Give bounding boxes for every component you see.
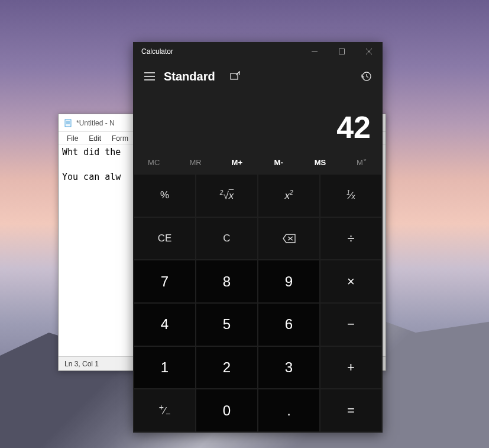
seven-button[interactable]: 7 — [134, 260, 195, 302]
menu-edit[interactable]: Edit — [84, 133, 106, 144]
nine-button[interactable]: 9 — [258, 260, 319, 302]
calculator-header: Standard — [133, 61, 383, 92]
square-button[interactable]: x2 — [258, 175, 319, 217]
clear-entry-button[interactable]: CE — [134, 218, 195, 260]
memory-subtract-button[interactable]: M- — [258, 151, 299, 173]
keep-on-top-icon[interactable] — [224, 65, 247, 88]
calculator-keypad: % 2√x x2 1⁄x CE C ÷ 7 8 9 × 4 5 6 − 1 2 … — [133, 173, 383, 433]
svg-rect-0 — [65, 120, 71, 127]
backspace-icon — [283, 234, 296, 243]
minimize-button[interactable] — [301, 42, 328, 61]
five-button[interactable]: 5 — [196, 304, 257, 346]
memory-clear-button[interactable]: MC — [133, 151, 174, 173]
history-icon[interactable] — [354, 65, 378, 88]
notepad-title: *Untitled - N — [76, 119, 115, 127]
memory-list-button[interactable]: M˅ — [341, 151, 383, 173]
three-button[interactable]: 3 — [258, 347, 319, 389]
clear-button[interactable]: C — [196, 218, 257, 260]
percent-button[interactable]: % — [134, 175, 195, 217]
memory-recall-button[interactable]: MR — [174, 151, 216, 173]
svg-rect-5 — [339, 49, 345, 54]
notepad-cursor-position: Ln 3, Col 1 — [64, 360, 99, 368]
four-button[interactable]: 4 — [134, 304, 195, 346]
eight-button[interactable]: 8 — [196, 260, 257, 302]
decimal-button[interactable]: . — [258, 389, 319, 431]
equals-button[interactable]: = — [320, 389, 381, 431]
memory-row: MC MR M+ M- MS M˅ — [133, 151, 383, 173]
calculator-titlebar[interactable]: Calculator — [133, 42, 383, 61]
zero-button[interactable]: 0 — [196, 389, 257, 431]
notepad-app-icon — [63, 118, 73, 128]
maximize-button[interactable] — [328, 42, 355, 61]
one-button[interactable]: 1 — [134, 347, 195, 389]
memory-add-button[interactable]: M+ — [216, 151, 258, 173]
reciprocal-button[interactable]: 1⁄x — [320, 175, 381, 217]
menu-file[interactable]: File — [62, 133, 83, 144]
calculator-display: 42 — [133, 92, 383, 151]
divide-button[interactable]: ÷ — [320, 218, 381, 260]
two-button[interactable]: 2 — [196, 347, 257, 389]
calculator-title: Calculator — [133, 47, 301, 56]
plus-button[interactable]: + — [320, 347, 381, 389]
backspace-button[interactable] — [258, 218, 319, 260]
square-root-button[interactable]: 2√x — [196, 175, 257, 217]
minus-button[interactable]: − — [320, 304, 381, 346]
calculator-mode-label: Standard — [164, 70, 215, 83]
multiply-button[interactable]: × — [320, 260, 381, 302]
menu-format[interactable]: Form — [107, 133, 133, 144]
display-value: 42 — [336, 109, 371, 145]
six-button[interactable]: 6 — [258, 304, 319, 346]
negate-button[interactable]: +⁄− — [134, 389, 195, 431]
close-button[interactable] — [355, 42, 383, 61]
hamburger-menu-icon[interactable] — [138, 65, 161, 88]
calculator-window: Calculator Standard 42 MC MR M+ M- MS M˅ — [133, 42, 383, 433]
memory-store-button[interactable]: MS — [299, 151, 341, 173]
